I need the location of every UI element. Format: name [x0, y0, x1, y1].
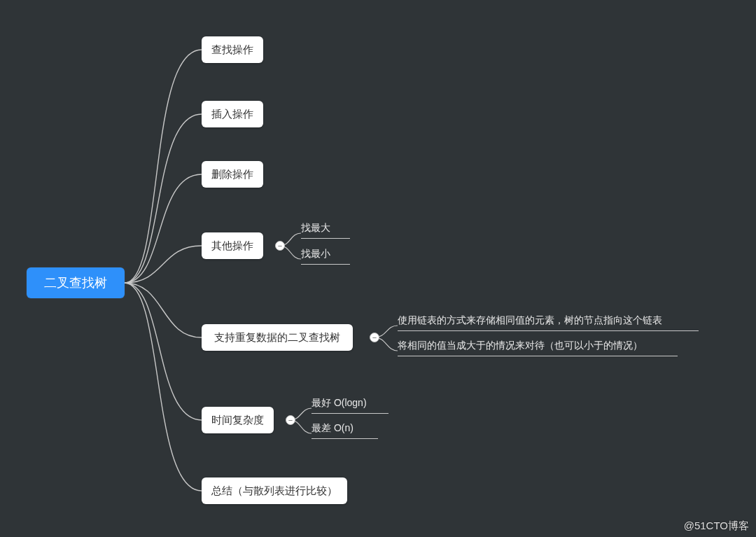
node-search[interactable]: 查找操作: [202, 36, 263, 63]
leaf-dup-linkedlist[interactable]: 使用链表的方式来存储相同值的元素，树的节点指向这个链表: [398, 314, 699, 331]
node-label: 插入操作: [211, 108, 253, 121]
node-insert[interactable]: 插入操作: [202, 101, 263, 127]
node-label: 删除操作: [211, 168, 253, 181]
leaf-min[interactable]: 找最小: [301, 248, 350, 265]
leaf-dup-greater[interactable]: 将相同的值当成大于的情况来对待（也可以小于的情况）: [398, 340, 678, 356]
node-other[interactable]: 其他操作: [202, 232, 263, 259]
node-label: 时间复杂度: [211, 414, 264, 427]
leaf-label: 最差 O(n): [312, 422, 354, 433]
watermark: @51CTO博客: [684, 519, 749, 533]
root-node[interactable]: 二叉查找树: [27, 267, 125, 298]
root-node-label: 二叉查找树: [44, 274, 107, 291]
collapse-icon[interactable]: −: [275, 241, 285, 251]
node-label: 总结（与散列表进行比较）: [211, 484, 337, 498]
leaf-max[interactable]: 找最大: [301, 222, 350, 239]
leaf-best-case[interactable]: 最好 O(logn): [312, 397, 388, 414]
node-delete[interactable]: 删除操作: [202, 161, 263, 188]
watermark-text: @51CTO博客: [684, 519, 749, 531]
node-duplicate[interactable]: 支持重复数据的二叉查找树: [202, 324, 353, 351]
leaf-label: 将相同的值当成大于的情况来对待（也可以小于的情况）: [398, 340, 643, 351]
collapse-icon[interactable]: −: [286, 415, 295, 425]
leaf-worst-case[interactable]: 最差 O(n): [312, 422, 378, 439]
leaf-label: 最好 O(logn): [312, 397, 367, 408]
collapse-icon[interactable]: −: [370, 333, 379, 342]
node-summary[interactable]: 总结（与散列表进行比较）: [202, 477, 347, 504]
node-time[interactable]: 时间复杂度: [202, 407, 274, 433]
node-label: 其他操作: [211, 239, 253, 253]
leaf-label: 使用链表的方式来存储相同值的元素，树的节点指向这个链表: [398, 314, 662, 326]
leaf-label: 找最大: [301, 222, 330, 233]
node-label: 支持重复数据的二叉查找树: [214, 331, 340, 344]
leaf-label: 找最小: [301, 248, 330, 259]
node-label: 查找操作: [211, 43, 253, 57]
